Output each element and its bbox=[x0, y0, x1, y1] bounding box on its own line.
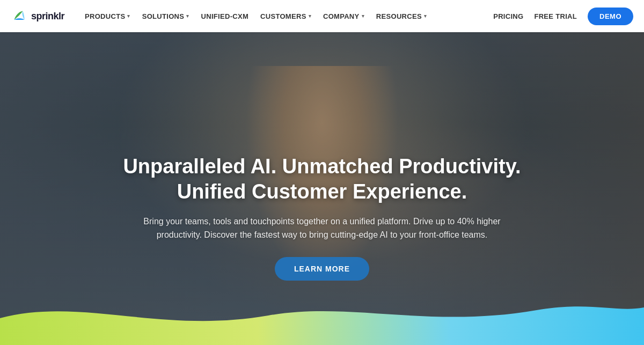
nav-item-unified-cxm[interactable]: UNIFIED-CXM bbox=[196, 8, 254, 25]
hero-title: Unparalleled AI. Unmatched Productivity.… bbox=[107, 154, 537, 205]
free-trial-link[interactable]: FREE TRIAL bbox=[534, 12, 577, 20]
chevron-down-icon: ▾ bbox=[127, 13, 130, 19]
hero-content: Unparalleled AI. Unmatched Productivity.… bbox=[107, 154, 537, 281]
nav-item-customers[interactable]: CUSTOMERS ▾ bbox=[255, 8, 317, 25]
chevron-down-icon: ▾ bbox=[424, 13, 427, 19]
learn-more-button[interactable]: LEARN MORE bbox=[275, 257, 369, 281]
hero-subtitle: Bring your teams, tools and touchpoints … bbox=[129, 215, 515, 242]
nav-label-resources: RESOURCES bbox=[376, 12, 422, 20]
navbar: sprinklr PRODUCTS ▾ SOLUTIONS ▾ UNIFIED-… bbox=[0, 0, 644, 32]
nav-item-company[interactable]: COMPANY ▾ bbox=[318, 8, 370, 25]
hero-title-line1: Unparalleled AI. Unmatched Productivity. bbox=[123, 155, 521, 178]
nav-item-solutions[interactable]: SOLUTIONS ▾ bbox=[137, 8, 195, 25]
logo-text: sprinklr bbox=[31, 11, 64, 22]
nav-label-unified-cxm: UNIFIED-CXM bbox=[201, 12, 249, 20]
nav-item-products[interactable]: PRODUCTS ▾ bbox=[79, 8, 136, 25]
demo-button[interactable]: DEMO bbox=[588, 8, 633, 25]
chevron-down-icon: ▾ bbox=[362, 13, 364, 19]
nav-label-solutions: SOLUTIONS bbox=[142, 12, 185, 20]
nav-right: PRICING FREE TRIAL DEMO bbox=[493, 8, 633, 25]
nav-item-resources[interactable]: RESOURCES ▾ bbox=[371, 8, 432, 25]
hero-wave bbox=[0, 286, 644, 345]
nav-label-company: COMPANY bbox=[323, 12, 360, 20]
hero-section: Unparalleled AI. Unmatched Productivity.… bbox=[0, 32, 644, 345]
nav-label-products: PRODUCTS bbox=[85, 12, 125, 20]
chevron-down-icon: ▾ bbox=[186, 13, 189, 19]
logo-icon bbox=[11, 8, 28, 25]
hero-title-line2: Unified Customer Experience. bbox=[177, 180, 467, 203]
chevron-down-icon: ▾ bbox=[309, 13, 311, 19]
pricing-link[interactable]: PRICING bbox=[493, 12, 523, 20]
nav-links: PRODUCTS ▾ SOLUTIONS ▾ UNIFIED-CXM CUSTO… bbox=[79, 8, 493, 25]
nav-label-customers: CUSTOMERS bbox=[260, 12, 306, 20]
logo[interactable]: sprinklr bbox=[11, 8, 64, 25]
